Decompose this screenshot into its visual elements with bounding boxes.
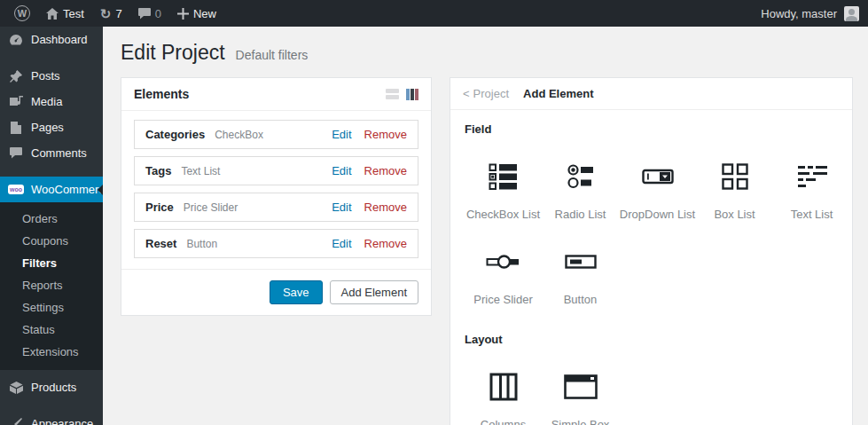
sidebar-item-products[interactable]: Products (0, 374, 103, 400)
site-name-menu[interactable]: Test (39, 0, 91, 27)
sidebar-label: Posts (31, 69, 60, 83)
remove-link[interactable]: Remove (364, 237, 407, 250)
submenu-item-reports[interactable]: Reports (0, 274, 103, 296)
elements-list: Categories CheckBox Edit Remove Tags Tex… (121, 111, 431, 269)
element-row[interactable]: Price Price Slider Edit Remove (134, 193, 418, 222)
element-type: CheckBox (215, 129, 263, 141)
tile-checkbox-list[interactable]: CheckBox List (465, 159, 542, 221)
admin-bar-right: Howdy, master (761, 6, 868, 21)
edit-link[interactable]: Edit (332, 128, 351, 141)
sidebar-label: Comments (31, 146, 87, 160)
sidebar-item-woocommerce[interactable]: woo WooCommerce (0, 177, 103, 202)
add-element-button[interactable]: Add Element (330, 280, 418, 304)
sidebar-item-media[interactable]: Media (0, 89, 103, 114)
tile-radio-list[interactable]: Radio List (542, 159, 619, 221)
element-row[interactable]: Tags Text List Edit Remove (134, 156, 418, 185)
back-link-label: Project (473, 87, 509, 100)
comments-menu[interactable]: 0 (131, 0, 168, 27)
site-name-label: Test (63, 7, 84, 20)
field-tiles: CheckBox List Radio List (465, 159, 838, 306)
tile-label: Radio List (555, 208, 606, 221)
back-to-project-link[interactable]: < Project (463, 87, 509, 100)
element-type: Button (186, 238, 217, 250)
element-name: Price (145, 201, 174, 214)
elements-panel-header: Elements (121, 78, 431, 111)
sidebar-label: Appearance (31, 417, 93, 425)
tile-box-list[interactable]: Box List (696, 159, 773, 221)
sidebar-label: Dashboard (31, 33, 88, 46)
tile-text-list[interactable]: Text List (773, 159, 850, 221)
remove-link[interactable]: Remove (364, 164, 407, 177)
admin-sidebar: Dashboard Posts Media Pages Comments woo… (0, 27, 103, 425)
updates-count: 7 (115, 7, 121, 20)
box-list-icon (722, 159, 748, 194)
columns-view-icon[interactable] (406, 89, 418, 100)
sidebar-separator (0, 52, 103, 63)
remove-link[interactable]: Remove (364, 128, 407, 141)
elements-panel-title: Elements (134, 87, 189, 101)
field-section-label: Field (465, 122, 838, 136)
sidebar-item-dashboard[interactable]: Dashboard (0, 27, 103, 52)
tile-label: DropDown List (620, 208, 695, 221)
sidebar-item-comments[interactable]: Comments (0, 140, 103, 166)
tile-button[interactable]: Button (542, 244, 619, 306)
element-row[interactable]: Reset Button Edit Remove (134, 229, 418, 258)
submenu-item-extensions[interactable]: Extensions (0, 341, 103, 363)
element-name: Categories (145, 128, 205, 141)
plus-icon (177, 8, 189, 20)
woocommerce-submenu: Orders Coupons Filters Reports Settings … (0, 202, 103, 370)
submenu-item-coupons[interactable]: Coupons (0, 230, 103, 252)
new-menu[interactable]: New (170, 0, 223, 27)
tile-price-slider[interactable]: Price Slider (465, 244, 542, 306)
list-view-icon[interactable] (386, 89, 399, 99)
elements-panel: Elements Categories CheckBox Edit Remove… (121, 77, 432, 316)
element-row[interactable]: Categories CheckBox Edit Remove (134, 120, 418, 149)
new-label: New (193, 7, 216, 20)
sidebar-item-appearance[interactable]: Appearance (0, 411, 103, 425)
howdy-label[interactable]: Howdy, master (761, 7, 837, 20)
tile-label: Price Slider (473, 293, 532, 306)
page-subtitle: Default filters (236, 48, 309, 62)
edit-link[interactable]: Edit (332, 164, 351, 177)
tile-dropdown-list[interactable]: DropDown List (619, 159, 696, 221)
tile-simple-box[interactable]: Simple Box (542, 369, 619, 425)
layout-section-label: Layout (465, 333, 838, 346)
comments-bubble-icon (138, 8, 151, 20)
cube-icon (8, 382, 24, 394)
tile-label: CheckBox List (466, 208, 540, 221)
sidebar-label: Products (31, 381, 76, 394)
edit-link[interactable]: Edit (332, 237, 351, 250)
panels-row: Elements Categories CheckBox Edit Remove… (103, 77, 868, 425)
comment-icon (8, 147, 24, 159)
columns-icon (489, 369, 518, 405)
remove-link[interactable]: Remove (364, 201, 407, 214)
updates-menu[interactable]: ↻ 7 (93, 0, 129, 27)
tile-columns[interactable]: Columns (465, 369, 542, 425)
submenu-item-orders[interactable]: Orders (0, 208, 103, 230)
tile-label: Button (564, 293, 598, 306)
page-title: Edit Project (121, 41, 225, 65)
add-panel-title: Add Element (523, 87, 593, 100)
view-toggle-group (386, 89, 418, 100)
element-name: Reset (145, 237, 176, 250)
text-list-icon (796, 159, 828, 194)
elements-panel-footer: Save Add Element (121, 269, 431, 315)
submenu-item-filters[interactable]: Filters (0, 252, 103, 274)
submenu-item-status[interactable]: Status (0, 319, 103, 341)
add-panel-body: Field (450, 110, 852, 425)
tile-label: Simple Box (551, 418, 610, 425)
user-avatar[interactable] (844, 6, 859, 21)
edit-link[interactable]: Edit (332, 201, 351, 214)
checkbox-list-icon (489, 159, 519, 194)
home-icon (46, 8, 59, 20)
sidebar-label: Pages (31, 121, 64, 134)
save-button[interactable]: Save (270, 280, 323, 304)
wp-logo-menu[interactable]: W (7, 0, 37, 27)
pin-icon (8, 70, 24, 83)
radio-list-icon (567, 159, 594, 194)
sidebar-item-pages[interactable]: Pages (0, 114, 103, 140)
sidebar-item-posts[interactable]: Posts (0, 63, 103, 89)
element-type: Price Slider (184, 201, 238, 214)
woocommerce-icon: woo (8, 185, 24, 194)
submenu-item-settings[interactable]: Settings (0, 296, 103, 319)
